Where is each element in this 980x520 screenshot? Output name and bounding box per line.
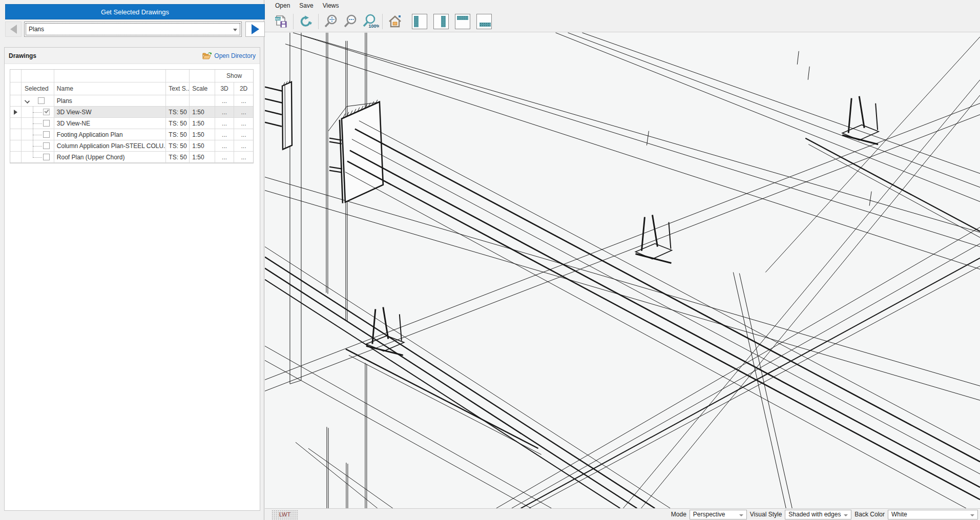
steel-frame-wireframe: [265, 32, 980, 509]
row-checkbox[interactable]: [43, 109, 50, 115]
back-color-label: Back Color: [854, 511, 885, 518]
row-name: 3D View-SW: [54, 107, 166, 118]
go-button[interactable]: [245, 22, 265, 37]
right-pane-bar-icon: [441, 16, 446, 27]
show-2d-button[interactable]: ...: [234, 140, 253, 152]
table-group-header-row: Show: [10, 70, 253, 82]
zoom-out-button[interactable]: [341, 12, 360, 31]
chevron-down-icon: [844, 514, 848, 516]
zoom-100-icon: 100%: [361, 13, 379, 30]
home-icon: [387, 13, 403, 30]
home-view-button[interactable]: [385, 12, 405, 31]
col-name: Name: [54, 82, 166, 95]
chevron-down-icon: [970, 514, 974, 516]
viewer-toolbar: IMG: [265, 11, 980, 32]
back-button[interactable]: [5, 22, 22, 37]
visual-style-select[interactable]: Shaded with edges: [785, 510, 851, 519]
refresh-button[interactable]: [296, 12, 316, 31]
chevron-down-icon[interactable]: [233, 29, 237, 31]
drawing-set-combobox[interactable]: Plans: [24, 22, 242, 37]
show-2d-button[interactable]: ...: [234, 129, 253, 140]
drawing-nav-row: Plans: [5, 22, 265, 37]
open-directory-label: Open Directory: [214, 52, 256, 59]
mode-select[interactable]: Perspective: [690, 510, 747, 519]
row-name: Roof Plan (Upper Chord): [54, 152, 166, 163]
row-checkbox[interactable]: [43, 142, 50, 149]
menu-views[interactable]: Views: [323, 2, 339, 9]
show-3d-button[interactable]: ...: [215, 95, 234, 107]
left-pane-bar-icon: [414, 16, 419, 27]
svg-text:IMG: IMG: [275, 17, 281, 20]
save-image-icon: IMG: [273, 14, 288, 29]
zoom-out-icon: [342, 13, 359, 30]
table-row-3d-view-sw[interactable]: 3D View-SW TS: 50 1:50 ... ...: [10, 107, 253, 118]
viewer-panel: Open Save Views IMG: [265, 0, 980, 520]
drawings-panel-header: Drawings Open Directory: [5, 48, 260, 64]
col-2d: 2D: [234, 82, 253, 95]
mode-label: Mode: [671, 511, 686, 518]
back-color-value: White: [891, 511, 907, 518]
play-icon: [252, 24, 259, 34]
show-2d-button[interactable]: ...: [234, 118, 253, 129]
toolbar-separator: [293, 14, 294, 29]
table-row-plans[interactable]: Plans ... ...: [10, 95, 253, 107]
show-3d-button[interactable]: ...: [215, 107, 234, 118]
zoom-100-button[interactable]: 100%: [360, 12, 380, 31]
3d-viewport[interactable]: [265, 32, 980, 508]
expand-chevron-icon[interactable]: [25, 98, 30, 103]
row-name: Column Application Plan-STEEL COLU...: [54, 140, 166, 152]
layout-bottom-button[interactable]: [476, 14, 492, 29]
row-checkbox[interactable]: [38, 97, 45, 104]
row-name: 3D View-NE: [54, 118, 166, 129]
top-pane-bar-icon: [457, 16, 468, 20]
bottom-pane-bar-icon: [479, 23, 491, 27]
show-2d-button[interactable]: ...: [234, 107, 253, 118]
show-3d-button[interactable]: ...: [215, 152, 234, 163]
table-row-footing-application-plan[interactable]: Footing Application Plan TS: 50 1:50 ...…: [10, 129, 253, 140]
drawings-sidebar: Get Selected Drawings Plans Drawings Ope…: [0, 0, 264, 520]
layout-top-button[interactable]: [455, 14, 470, 29]
show-3d-button[interactable]: ...: [215, 118, 234, 129]
table-row-roof-plan-upper-chord[interactable]: Roof Plan (Upper Chord) TS: 50 1:50 ... …: [10, 152, 253, 163]
zoom-in-icon: [323, 13, 339, 30]
layout-left-button[interactable]: [412, 14, 427, 29]
col-selected: Selected: [22, 82, 54, 95]
row-name: Plans: [54, 95, 166, 107]
visual-style-label: Visual Style: [750, 511, 782, 518]
drawings-table: Show Selected Name Text S... Scale 3D 2D…: [10, 69, 254, 163]
table-header-row: Selected Name Text S... Scale 3D 2D: [10, 82, 253, 95]
get-selected-drawings-button[interactable]: Get Selected Drawings: [5, 4, 265, 19]
chevron-down-icon: [739, 514, 743, 516]
show-group-header: Show: [215, 70, 253, 82]
row-name: Footing Application Plan: [54, 129, 166, 140]
table-row-column-application-plan[interactable]: Column Application Plan-STEEL COLU... TS…: [10, 140, 253, 152]
menu-open[interactable]: Open: [275, 2, 290, 9]
row-checkbox[interactable]: [43, 120, 50, 127]
show-3d-button[interactable]: ...: [215, 140, 234, 152]
svg-text:100%: 100%: [368, 24, 379, 29]
show-2d-button[interactable]: ...: [234, 152, 253, 163]
table-row-3d-view-ne[interactable]: 3D View-NE TS: 50 1:50 ... ...: [10, 118, 253, 129]
drawing-set-value: Plans: [29, 26, 44, 33]
current-row-indicator-icon: [14, 110, 17, 115]
show-3d-button[interactable]: ...: [215, 129, 234, 140]
layout-right-button[interactable]: [433, 14, 449, 29]
save-image-button[interactable]: IMG: [271, 12, 290, 31]
back-arrow-icon: [10, 25, 17, 34]
drawings-panel: Drawings Open Directory Show Selected: [4, 47, 260, 511]
col-scale: Scale: [190, 82, 215, 95]
show-2d-button[interactable]: ...: [234, 95, 253, 107]
row-checkbox[interactable]: [43, 131, 50, 138]
row-checkbox[interactable]: [43, 154, 50, 160]
zoom-in-button[interactable]: [321, 12, 341, 31]
menu-save[interactable]: Save: [299, 2, 313, 9]
toolbar-separator: [382, 14, 383, 29]
lwt-toggle-button[interactable]: LWT: [272, 510, 298, 519]
drawings-title: Drawings: [9, 52, 36, 59]
mode-value: Perspective: [693, 511, 725, 518]
back-color-select[interactable]: White: [888, 510, 978, 519]
col-3d: 3D: [215, 82, 234, 95]
viewport-layout-group: [412, 14, 492, 29]
refresh-icon: [298, 14, 314, 29]
open-directory-link[interactable]: Open Directory: [202, 52, 256, 60]
